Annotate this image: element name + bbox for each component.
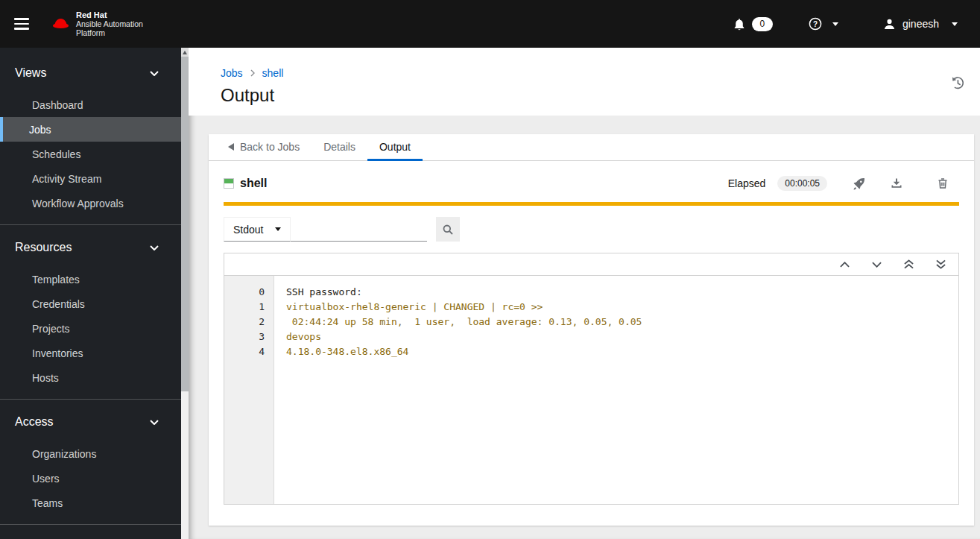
- sidebar-item-activity-stream[interactable]: Activity Stream: [0, 166, 181, 191]
- output-line: devops: [286, 330, 958, 344]
- page-header: Jobs shell Output: [189, 48, 980, 116]
- search-button[interactable]: [436, 217, 460, 242]
- sidebar-item-users[interactable]: Users: [0, 466, 181, 491]
- brand-line3: Platform: [76, 28, 143, 37]
- select-value: Stdout: [233, 224, 263, 236]
- nav-group-header-administration[interactable]: Administration: [0, 534, 181, 539]
- page-content: Back to Jobs Details Output shell Elaps: [189, 116, 980, 526]
- user-icon: [883, 18, 896, 31]
- nav-group-header-access[interactable]: Access: [0, 409, 181, 435]
- brand-line1: Red Hat: [76, 10, 143, 19]
- nav-group-header-views[interactable]: Views: [0, 60, 181, 86]
- nav-group-views: Views Dashboard Jobs Schedules Activity …: [0, 60, 181, 215]
- line-number: 2: [224, 315, 274, 330]
- masthead-right: 0 ? gineesh: [733, 17, 958, 31]
- sidebar-item-inventories[interactable]: Inventories: [0, 341, 181, 365]
- output-line: virtualbox-rhel8-generic | CHANGED | rc=…: [286, 300, 958, 315]
- download-output-button[interactable]: [891, 177, 902, 189]
- sidebar-nav: Views Dashboard Jobs Schedules Activity …: [0, 48, 181, 539]
- output-line: SSH password:: [286, 285, 958, 300]
- help-menu-button[interactable]: ?: [809, 17, 838, 31]
- delete-job-button[interactable]: [937, 177, 949, 189]
- nav-group-label: Resources: [15, 241, 72, 254]
- sidebar-item-workflow-approvals[interactable]: Workflow Approvals: [0, 191, 181, 215]
- sidebar-item-projects[interactable]: Projects: [0, 316, 181, 341]
- sidebar-item-templates[interactable]: Templates: [0, 267, 181, 291]
- breadcrumb-link-shell[interactable]: shell: [262, 67, 284, 79]
- output-line: 4.18.0-348.el8.x86_64: [286, 344, 958, 359]
- elapsed-value-badge: 00:00:05: [777, 176, 827, 191]
- tab-label: Details: [323, 141, 355, 153]
- tab-details[interactable]: Details: [312, 134, 367, 161]
- scroll-previous-button[interactable]: [840, 262, 850, 268]
- chevron-down-icon: [872, 262, 882, 268]
- job-name: shell: [240, 177, 267, 190]
- username-label: gineesh: [902, 18, 939, 30]
- chevron-up-icon: [840, 262, 850, 268]
- line-number-gutter: 0 1 2 3 4: [224, 276, 274, 504]
- chevron-down-icon: [150, 71, 159, 76]
- line-number: 3: [224, 330, 274, 344]
- breadcrumb-link-jobs[interactable]: Jobs: [221, 67, 243, 79]
- elapsed-label: Elapsed: [728, 177, 766, 189]
- double-chevron-up-icon: [904, 259, 914, 269]
- chevron-down-icon: [952, 22, 958, 26]
- page-title: Output: [221, 85, 962, 106]
- output-panel: 0 1 2 3 4 SSH password: virtualbox-rhel8…: [224, 253, 959, 505]
- svg-text:?: ?: [813, 20, 818, 28]
- sidebar-item-teams[interactable]: Teams: [0, 491, 181, 515]
- brand-line2: Ansible Automation: [76, 19, 143, 28]
- chevron-down-icon: [150, 420, 159, 425]
- tab-label: Back to Jobs: [240, 141, 300, 153]
- nav-group-access: Access Organizations Users Teams: [0, 409, 181, 515]
- tab-output[interactable]: Output: [367, 134, 423, 161]
- relaunch-button[interactable]: [853, 177, 865, 190]
- bell-icon: [733, 18, 745, 31]
- job-header-actions: Elapsed 00:00:05: [728, 176, 959, 191]
- brand-text: Red Hat Ansible Automation Platform: [76, 10, 143, 37]
- line-number: 4: [224, 344, 274, 359]
- double-chevron-down-icon: [936, 259, 946, 269]
- job-progress-bar: [224, 202, 959, 206]
- scroll-next-button[interactable]: [872, 262, 882, 268]
- chevron-right-icon: [250, 69, 255, 77]
- tab-back-to-jobs[interactable]: Back to Jobs: [216, 134, 312, 161]
- sidebar-item-dashboard[interactable]: Dashboard: [0, 92, 181, 117]
- nav-group-header-resources[interactable]: Resources: [0, 234, 181, 261]
- sidebar-item-hosts[interactable]: Hosts: [0, 365, 181, 390]
- sidebar-item-schedules[interactable]: Schedules: [0, 142, 181, 166]
- card-body: shell Elapsed 00:00:05: [209, 161, 974, 520]
- scrollbar-up-arrow[interactable]: [181, 48, 189, 57]
- red-hat-icon: [51, 16, 71, 31]
- stdout-filter-select[interactable]: Stdout: [224, 217, 291, 242]
- nav-group-label: Access: [15, 415, 54, 429]
- scroll-bottom-button[interactable]: [936, 259, 946, 269]
- brand-logo[interactable]: Red Hat Ansible Automation Platform: [51, 10, 143, 37]
- search-input[interactable]: [291, 217, 427, 242]
- chevron-down-icon: [150, 245, 159, 250]
- trash-icon: [937, 177, 949, 189]
- output-line: 02:44:24 up 58 min, 1 user, load average…: [286, 315, 958, 330]
- sidebar-item-credentials[interactable]: Credentials: [0, 291, 181, 316]
- output-panel-header: [224, 253, 959, 276]
- user-menu-button[interactable]: gineesh: [883, 18, 958, 31]
- history-icon: [950, 75, 965, 90]
- nav-toggle-button[interactable]: [4, 0, 39, 48]
- scroll-top-button[interactable]: [904, 259, 914, 269]
- sidebar-item-organizations[interactable]: Organizations: [0, 441, 181, 466]
- sidebar-item-jobs[interactable]: Jobs: [0, 117, 181, 142]
- main-area: Jobs shell Output Back to Jobs: [189, 48, 980, 539]
- masthead: Red Hat Ansible Automation Platform 0 ?: [0, 0, 980, 48]
- scrollbar-thumb[interactable]: [181, 57, 189, 391]
- history-button[interactable]: [950, 75, 965, 92]
- nav-divider: [0, 224, 181, 225]
- nav-divider: [0, 524, 181, 525]
- breadcrumb: Jobs shell: [221, 67, 962, 79]
- notifications-button[interactable]: 0: [733, 17, 773, 31]
- job-status-icon: [224, 178, 234, 189]
- rocket-icon: [853, 177, 865, 190]
- app-root: Red Hat Ansible Automation Platform 0 ?: [0, 0, 980, 539]
- output-body: 0 1 2 3 4 SSH password: virtualbox-rhel8…: [224, 276, 959, 505]
- help-icon: ?: [809, 17, 822, 31]
- notifications-count-badge: 0: [752, 17, 773, 31]
